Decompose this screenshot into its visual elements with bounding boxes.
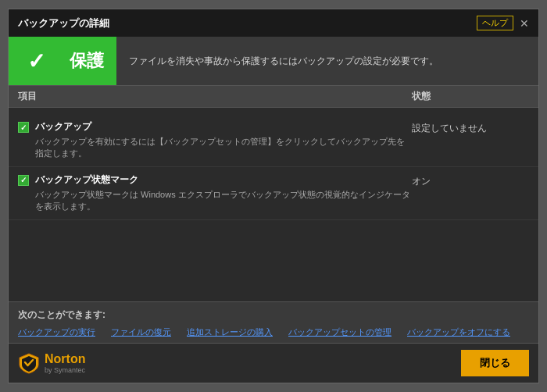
next-links-container: バックアップの実行 ファイルの復元 追加ストレージの購入 バックアップセットの管… — [18, 326, 529, 338]
norton-by-symantec: by Symantec — [45, 366, 85, 374]
link-backup-run[interactable]: バックアップの実行 — [18, 326, 95, 338]
close-dialog-button[interactable]: 閉じる — [461, 350, 529, 376]
checkbox-backup-status[interactable]: ✓ — [18, 175, 29, 186]
title-bar: バックアップの詳細 ヘルプ ✕ — [9, 9, 538, 37]
check-icon: ✓ — [27, 48, 45, 74]
header-description: ファイルを消失や事故から保護するにはバックアップの設定が必要です。 — [116, 55, 538, 68]
link-turn-off-backup[interactable]: バックアップをオフにする — [407, 326, 510, 338]
next-section: 次のことができます: バックアップの実行 ファイルの復元 追加ストレージの購入 … — [9, 301, 538, 343]
check-mark-icon: ✓ — [20, 176, 27, 184]
dialog-title: バックアップの詳細 — [18, 16, 109, 30]
row-title-backup: バックアップ — [35, 120, 412, 134]
column-headers: 項目 状態 — [9, 85, 538, 108]
norton-logo: Norton by Symantec — [18, 352, 85, 374]
row-content-backup-status: バックアップ状態マーク バックアップ状態マークは Windows エクスプローラ… — [35, 173, 412, 213]
close-x-button[interactable]: ✕ — [520, 18, 529, 29]
norton-shield-icon — [18, 352, 40, 374]
help-button[interactable]: ヘルプ — [477, 16, 513, 30]
table-row: ✓ バックアップ状態マーク バックアップ状態マークは Windows エクスプロ… — [9, 167, 538, 220]
row-title-backup-status: バックアップ状態マーク — [35, 173, 412, 187]
table-row: ✓ バックアップ バックアップを有効にするには【バックアップセットの管理】をクリ… — [9, 114, 538, 167]
dialog-container: バックアップの詳細 ヘルプ ✕ ✓ 保護 ファイルを消失や事故から保護するにはバ… — [8, 9, 539, 383]
link-file-restore[interactable]: ファイルの復元 — [111, 326, 171, 338]
row-status-backup-status: オン — [412, 173, 529, 188]
status-header: ✓ 保護 ファイルを消失や事故から保護するにはバックアップの設定が必要です。 — [9, 37, 538, 85]
row-desc-backup: バックアップを有効にするには【バックアップセットの管理】をクリックしてバックアッ… — [35, 136, 412, 160]
row-status-backup: 設定していません — [412, 120, 529, 135]
col-item-label: 項目 — [18, 90, 412, 103]
next-section-label: 次のことができます: — [18, 308, 529, 322]
footer: Norton by Symantec 閉じる — [9, 343, 538, 383]
link-add-storage[interactable]: 追加ストレージの購入 — [187, 326, 273, 338]
status-label: 保護 — [63, 37, 116, 85]
col-status-label: 状態 — [412, 90, 529, 103]
status-green-block: ✓ — [9, 37, 63, 85]
link-manage-backup-set[interactable]: バックアップセットの管理 — [288, 326, 391, 338]
checkbox-backup[interactable]: ✓ — [18, 122, 29, 133]
content-area: ✓ バックアップ バックアップを有効にするには【バックアップセットの管理】をクリ… — [9, 108, 538, 301]
row-desc-backup-status: バックアップ状態マークは Windows エクスプローラでバックアップ状態の視覚… — [35, 189, 412, 213]
norton-brand-name: Norton — [45, 352, 85, 366]
norton-text: Norton by Symantec — [45, 352, 85, 374]
row-content-backup: バックアップ バックアップを有効にするには【バックアップセットの管理】をクリック… — [35, 120, 412, 160]
check-mark-icon: ✓ — [20, 123, 27, 132]
